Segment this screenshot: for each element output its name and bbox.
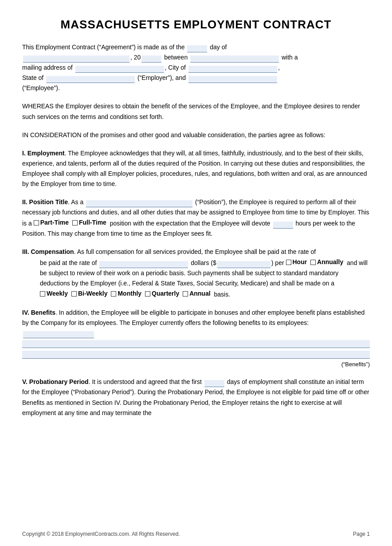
section4-text: IV. Benefits. In addition, the Employee … bbox=[22, 308, 370, 338]
annually-checkbox-item: Annually bbox=[310, 257, 343, 267]
quarterly-label: Quarterly bbox=[152, 289, 179, 299]
intro-text5: with a bbox=[282, 54, 298, 61]
section3-paid: be paid at the rate of bbox=[40, 259, 97, 266]
annual-checkbox-item: Annual bbox=[183, 289, 210, 299]
consideration-text: IN CONSIDERATION of the promises and oth… bbox=[22, 130, 370, 140]
hour-checkbox-item: Hour bbox=[286, 257, 307, 267]
weekly-label: Weekly bbox=[47, 289, 68, 299]
section3-per: ) per bbox=[271, 259, 284, 266]
section1-body: . The Employee acknowledges that they wi… bbox=[22, 150, 367, 187]
section5-text: V. Probationary Period. It is understood… bbox=[22, 377, 370, 418]
part-time-label: Part-Time bbox=[40, 218, 69, 228]
employee-label: (“Employee”). bbox=[22, 84, 60, 91]
section1-text: I. Employment. The Employee acknowledges… bbox=[22, 148, 370, 189]
employer-label: (“Employer”), and bbox=[137, 74, 186, 81]
city-label: , City of bbox=[165, 64, 186, 71]
section2-label: II. Position Title bbox=[22, 198, 68, 206]
intro-paragraph: This Employment Contract (“Agreement”) i… bbox=[22, 42, 370, 93]
part-time-checkbox-item: Part-Time bbox=[34, 218, 69, 228]
intro-text3: , 20 bbox=[130, 54, 141, 61]
full-time-checkbox-item: Full-Time bbox=[72, 218, 106, 228]
section2-text1: . As a bbox=[68, 198, 83, 206]
quarterly-checkbox-item: Quarterly bbox=[145, 289, 179, 299]
state-label: State of bbox=[22, 74, 43, 81]
position-title-field[interactable] bbox=[86, 200, 192, 207]
weekly-checkbox-item: Weekly bbox=[40, 289, 68, 299]
section2-text3: position with the expectation that the E… bbox=[110, 220, 270, 227]
section-employment: I. Employment. The Employee acknowledges… bbox=[22, 148, 370, 189]
probation-days-field[interactable] bbox=[204, 380, 224, 387]
section2-text: II. Position Title. As a (“Position”), t… bbox=[22, 197, 370, 239]
dollar-amount-field[interactable] bbox=[217, 261, 270, 268]
city-field[interactable] bbox=[188, 66, 277, 73]
section3-basis: basis. bbox=[214, 291, 230, 298]
annually-label: Annually bbox=[317, 257, 343, 267]
employer-name-field[interactable] bbox=[188, 76, 277, 83]
monthly-label: Monthly bbox=[118, 289, 141, 299]
hours-per-week-field[interactable] bbox=[273, 222, 293, 229]
hour-checkbox[interactable] bbox=[286, 260, 291, 265]
part-time-checkbox[interactable] bbox=[34, 220, 39, 226]
annually-checkbox[interactable] bbox=[310, 260, 316, 265]
year-field[interactable] bbox=[141, 55, 161, 63]
month-field[interactable] bbox=[23, 55, 129, 63]
whereas-section: WHEREAS the Employer desires to obtain t… bbox=[22, 101, 370, 122]
section3-label: III. Compensation bbox=[22, 248, 74, 255]
intro-text1: This Employment Contract (“Agreement”) i… bbox=[22, 44, 184, 51]
copyright: Copyright © 2018 EmploymentContracts.com… bbox=[22, 531, 180, 537]
section-compensation: III. Compensation. As full compensation … bbox=[22, 247, 370, 300]
biweekly-checkbox-item: Bi-Weekly bbox=[71, 289, 108, 299]
rate-field[interactable] bbox=[99, 261, 188, 268]
biweekly-label: Bi-Weekly bbox=[78, 289, 108, 299]
section3-indent: be paid at the rate of dollars ($) per H… bbox=[40, 257, 370, 299]
monthly-checkbox-item: Monthly bbox=[111, 289, 141, 299]
page: MASSACHUSETTS EMPLOYMENT CONTRACT This E… bbox=[0, 0, 392, 546]
party1-field[interactable] bbox=[190, 55, 279, 63]
section-position: II. Position Title. As a (“Position”), t… bbox=[22, 197, 370, 239]
benefits-field-1[interactable] bbox=[22, 340, 370, 348]
day-field[interactable] bbox=[187, 45, 207, 52]
benefits-field-2[interactable] bbox=[22, 351, 370, 359]
intro-mailing: mailing address of bbox=[22, 64, 73, 71]
section-probationary: V. Probationary Period. It is understood… bbox=[22, 377, 370, 418]
footer: Copyright © 2018 EmploymentContracts.com… bbox=[22, 531, 370, 537]
annual-checkbox[interactable] bbox=[183, 291, 188, 297]
biweekly-checkbox[interactable] bbox=[71, 291, 77, 297]
section4-label: IV. Benefits bbox=[22, 309, 55, 316]
address-field[interactable] bbox=[75, 66, 164, 73]
intro-section: This Employment Contract (“Agreement”) i… bbox=[22, 42, 370, 93]
quarterly-checkbox[interactable] bbox=[145, 291, 150, 297]
benefits-end: (“Benefits”) bbox=[22, 360, 370, 369]
state-field[interactable] bbox=[46, 76, 135, 83]
section5-label: V. Probationary Period bbox=[22, 378, 89, 385]
section3-dollars: dollars ($ bbox=[191, 259, 216, 266]
full-time-label: Full-Time bbox=[79, 218, 106, 228]
section5-text1: . It is understood and agreed that the f… bbox=[89, 378, 202, 385]
section3-text1: . As full compensation for all services … bbox=[74, 248, 316, 255]
annual-label: Annual bbox=[189, 289, 210, 299]
intro-text2: day of bbox=[210, 44, 227, 51]
section1-label: I. Employment bbox=[22, 150, 65, 157]
intro-text4: between bbox=[164, 54, 188, 61]
hour-label: Hour bbox=[293, 257, 307, 267]
weekly-checkbox[interactable] bbox=[40, 291, 45, 297]
section-benefits: IV. Benefits. In addition, the Employee … bbox=[22, 308, 370, 369]
consideration-section: IN CONSIDERATION of the promises and oth… bbox=[22, 130, 370, 140]
benefits-inline-field[interactable] bbox=[23, 331, 94, 338]
full-time-checkbox[interactable] bbox=[72, 220, 78, 226]
page-title: MASSACHUSETTS EMPLOYMENT CONTRACT bbox=[22, 18, 370, 32]
page-number: Page 1 bbox=[353, 531, 370, 537]
whereas-text: WHEREAS the Employer desires to obtain t… bbox=[22, 101, 370, 122]
monthly-checkbox[interactable] bbox=[111, 291, 116, 297]
section4-text1: . In addition, the Employee will be elig… bbox=[22, 309, 365, 326]
section3-text: III. Compensation. As full compensation … bbox=[22, 247, 370, 257]
